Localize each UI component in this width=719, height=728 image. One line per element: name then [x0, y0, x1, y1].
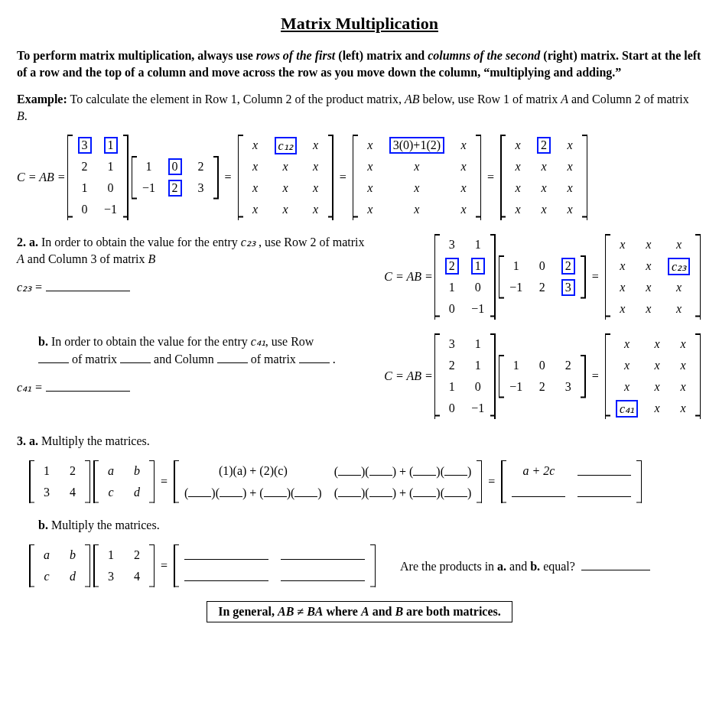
cell: 2 — [70, 464, 76, 478]
q3b-result-matrix — [174, 544, 376, 587]
q3b-text: b. Multiply the matrices. — [38, 517, 702, 534]
cell: 1 — [108, 160, 114, 174]
cell: 2 — [539, 380, 545, 394]
example-text-2: below, use Row 1 of matrix — [419, 93, 561, 106]
cell: x — [676, 238, 682, 252]
cell: 2 — [565, 359, 571, 372]
cell: 4 — [134, 570, 140, 583]
cell: 2 — [82, 160, 88, 174]
blank-input[interactable] — [581, 557, 650, 570]
cell: x — [313, 203, 318, 216]
q2b-matrix-result: xxx xxx xxx c₄₁xx — [605, 333, 701, 419]
cell: x — [680, 380, 685, 394]
blank-input[interactable] — [299, 350, 330, 363]
cell: b — [134, 464, 140, 478]
cell: x — [680, 337, 685, 351]
text: and Column 3 of matrix — [24, 252, 148, 265]
eq1-matrix-a: 31 21 10 0−1 — [67, 135, 129, 220]
example-ab: AB — [405, 93, 420, 106]
cell: 0 — [475, 380, 481, 394]
blank-input[interactable] — [281, 568, 365, 581]
a: a. — [497, 560, 506, 573]
q3a-label: 3. a. — [17, 434, 38, 447]
equals-sign: = — [161, 559, 168, 573]
cell: x — [646, 238, 651, 252]
b: b. — [530, 560, 540, 573]
q2a-matrix-b: 102 −123 — [499, 255, 586, 298]
text: of matrix — [69, 353, 120, 366]
text: Are the products in — [400, 560, 497, 573]
q2a-matrix-a: 31 21 10 0−1 — [434, 234, 496, 320]
cell: 3 — [108, 570, 114, 583]
q3a-step-matrix: (1)(a) + (2)(c) ()() + ()() ()() + ()() … — [174, 460, 482, 503]
cell: 2 — [561, 258, 575, 275]
equals-sign: = — [225, 171, 232, 184]
cell: x — [624, 337, 630, 351]
b: B — [395, 605, 403, 618]
cell: x — [460, 203, 466, 216]
q3a-equation: 12 34 ab cd = (1)(a) + (2)(c) ()() + ()(… — [28, 460, 702, 503]
q3b-label: b. — [38, 518, 48, 531]
cell-step: 3(0)+1(2) — [389, 137, 444, 154]
cell: 1 — [513, 259, 519, 273]
cell: x — [252, 138, 258, 152]
blank-input[interactable] — [46, 278, 130, 291]
cell: 3 — [561, 279, 575, 296]
blank-input[interactable] — [281, 547, 365, 560]
cell: a — [44, 548, 50, 562]
cell: x — [568, 203, 573, 216]
cell: x — [460, 181, 466, 195]
cell: x — [542, 203, 547, 216]
c23: c₂₃ — [241, 236, 255, 249]
blank-input[interactable] — [120, 350, 151, 363]
fill-cell[interactable]: ()() + ()() — [334, 463, 472, 479]
blank-input[interactable] — [184, 568, 268, 581]
blank-input[interactable] — [46, 379, 130, 392]
blank-input[interactable] — [512, 484, 565, 497]
cell: x — [313, 160, 318, 174]
cell: 3 — [565, 380, 571, 394]
cell: x — [414, 203, 419, 216]
q2a-answer-line: c₂₃ = — [17, 278, 369, 296]
cell-c23: c₂₃ — [668, 258, 690, 275]
cell: x — [367, 203, 373, 216]
cell: x — [516, 138, 521, 152]
cell: x — [516, 160, 521, 174]
cell: x — [542, 181, 547, 195]
cell: 1 — [471, 258, 485, 275]
fill-cell[interactable]: ()() + ()() — [334, 484, 472, 500]
cell: x — [542, 160, 547, 174]
equals-sign: = — [487, 171, 494, 184]
q3b-equation: ab cd 12 34 = — [28, 544, 702, 587]
example-b: B — [17, 109, 24, 122]
cell: 0 — [108, 181, 114, 195]
cell: −1 — [509, 281, 522, 294]
cell: x — [252, 181, 258, 195]
fill-cell[interactable]: ()() + ()() — [184, 484, 322, 500]
cell: 1 — [475, 238, 481, 252]
question-2a: 2. a. In order to obtain the value for t… — [17, 234, 702, 320]
text: In general, — [218, 605, 278, 618]
q3b-m2: 12 34 — [93, 544, 155, 587]
cell: 2 — [449, 359, 455, 372]
intro-text-3: (left) matrix and — [335, 49, 428, 62]
cell: x — [646, 259, 651, 273]
cell: 4 — [70, 486, 76, 499]
cell: 2 — [539, 281, 545, 294]
cell: −1 — [142, 181, 155, 195]
q2a-text: 2. a. In order to obtain the value for t… — [17, 234, 369, 267]
cell: x — [283, 181, 288, 195]
cell: x — [367, 160, 373, 174]
example-a: A — [561, 93, 568, 106]
cell: x — [624, 380, 630, 394]
blank-input[interactable] — [184, 547, 268, 560]
blank-input[interactable] — [38, 350, 69, 363]
text: , use Row 2 of matrix — [255, 236, 365, 249]
example-label: Example: — [17, 93, 67, 106]
blank-input[interactable] — [577, 484, 631, 497]
blank-input[interactable] — [577, 463, 631, 476]
blank-input[interactable] — [217, 350, 248, 363]
cell: 1 — [104, 137, 118, 154]
cell: −1 — [104, 203, 117, 216]
text: where — [323, 605, 360, 618]
